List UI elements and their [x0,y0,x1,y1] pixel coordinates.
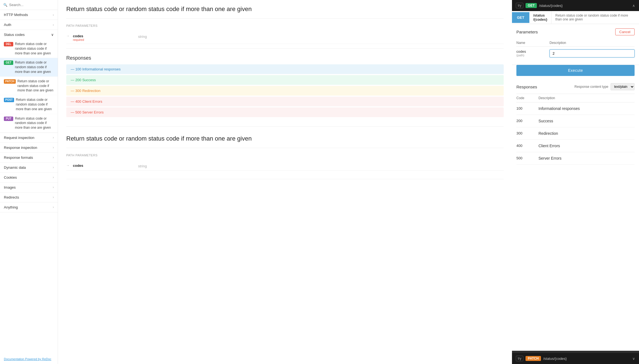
param-path-label: (path) [516,54,550,57]
param-type: string [138,35,147,39]
param-row: → codes required string [66,32,504,44]
try-bar-patch: try PATCH /status/{codes} ∨ [512,353,639,364]
param-required: required [73,38,106,41]
path-text-patch: /status/{codes} [543,357,630,361]
path-params-label-2: PATH PARAMETERS [66,154,504,157]
response-row-400[interactable]: — 400 Client Errors [66,97,504,106]
path-text: /status/{codes} [539,4,630,8]
endpoint-2-section: Return status code or random status code… [66,135,504,179]
sidebar-sub-item-patch[interactable]: PATCH Return status code or random statu… [0,77,58,95]
sidebar-sub-item-get[interactable]: GET Return status code or random status … [0,58,58,77]
param-name: codes [73,34,106,38]
status-codes-group: Status codes ∨ DEL Return status code or… [0,30,58,133]
cancel-button[interactable]: Cancel [615,28,635,35]
try-bar-get: try GET /status/{codes} ∧ [512,0,639,11]
chevron-right-icon: › [53,205,54,209]
path-params-label: PATH PARAMETERS [66,24,504,27]
params-table: Name Description codes (path) [516,39,635,60]
content-type-select[interactable]: text/plain [611,83,635,90]
param-info: codes required [73,34,106,41]
col-desc-header: Description [538,96,635,100]
chevron-right-icon: › [53,13,54,17]
expanded-get-panel: GET /status/{codes} Return status code o… [512,11,639,351]
sidebar-item-images[interactable]: Images › [0,183,58,192]
search-input[interactable] [9,3,54,7]
response-table-row-300: 300 Redirection [516,127,635,140]
expand-icon[interactable]: ∨ [632,357,635,361]
put-badge: PUT [4,117,13,121]
endpoint-1-title: Return status code or random status code… [66,6,504,19]
parameters-section: Parameters Cancel Name Description codes… [512,24,639,65]
execute-button[interactable]: Execute [516,65,635,76]
col-desc-header: Description [550,41,635,45]
response-table: Code Description 100 Informational respo… [516,94,635,165]
collapse-icon[interactable]: ∧ [632,4,635,8]
response-table-row-500: 500 Server Errors [516,152,635,165]
sidebar-item-dynamic-data[interactable]: Dynamic data › [0,163,58,173]
sidebar-item-response-inspection[interactable]: Response inspection › [0,143,58,153]
parameters-header: Parameters Cancel [516,28,635,35]
sidebar-item-cookies[interactable]: Cookies › [0,173,58,183]
content-type-label: Response content type [574,85,608,89]
response-row-500[interactable]: — 500 Server Errors [66,107,504,117]
response-table-row-100: 100 Informational responses [516,102,635,115]
sidebar-item-anything[interactable]: Anything › [0,202,58,212]
param-name-2: codes [73,163,106,168]
parameters-title: Parameters [516,30,538,34]
responses-title: Responses [66,55,504,61]
chevron-right-icon: › [53,195,54,199]
param-row-2: → codes string [66,161,504,171]
response-row-200[interactable]: — 200 Success [66,75,504,85]
param-name-text: codes [516,49,550,54]
chevron-right-icon: › [53,175,54,179]
chevron-right-icon: › [53,136,54,139]
del-badge: DEL [4,42,13,46]
powered-by-link[interactable]: Documentation Powered by ReDoc [0,354,58,364]
param-type-2: string [138,164,147,168]
params-row: codes (path) [516,47,635,60]
param-arrow-icon: → [66,34,70,38]
chevron-right-icon: › [53,155,54,159]
sidebar-item-auth[interactable]: Auth › [0,20,58,30]
patch-method-tag: PATCH [526,356,541,361]
right-panel: try GET /status/{codes} ∧ GET /status/{c… [512,0,639,364]
endpoint-1-section: Return status code or random status code… [66,6,504,127]
sidebar-item-request-inspection[interactable]: Request inspection › [0,133,58,143]
get-badge: GET [4,60,13,65]
response-table-header: Code Description [516,94,635,102]
panel-get-bar: GET /status/{codes} Return status code o… [512,11,639,24]
response-table-row-200: 200 Success [516,115,635,127]
panel-get-badge: GET [512,12,529,23]
response-row-300[interactable]: — 300 Redirection [66,86,504,96]
response-table-row-400: 400 Client Errors [516,140,635,152]
panel-path: /status/{codes} [529,11,551,24]
chevron-right-icon: › [53,185,54,189]
param-info-2: codes [73,163,106,168]
sidebar-item-status-codes[interactable]: Status codes ∨ [0,30,58,39]
patch-badge: PATCH [4,79,16,84]
main-content: Return status code or random status code… [58,0,512,364]
sidebar-item-redirects[interactable]: Redirects › [0,192,58,202]
responses-section-header: Responses Response content type text/pla… [516,80,635,90]
responses-right: Response content type text/plain [574,83,635,90]
sidebar-item-response-formats[interactable]: Response formats › [0,153,58,163]
chevron-right-icon: › [53,23,54,27]
sidebar-sub-item-put[interactable]: PUT Return status code or random status … [0,114,58,133]
sidebar: 🔍 HTTP Methods › Auth › Status codes ∨ D… [0,0,58,364]
col-name-header: Name [516,41,550,45]
panel-desc: Return status code or random status code… [551,11,639,23]
sidebar-sub-item-post[interactable]: POST Return status code or random status… [0,95,58,114]
search-icon: 🔍 [3,3,7,7]
response-row-100[interactable]: — 100 Informational responses [66,64,504,74]
col-code-header: Code [516,96,538,100]
search-bar[interactable]: 🔍 [0,0,58,10]
param-value-input[interactable] [550,49,635,57]
sidebar-sub-item-del[interactable]: DEL Return status code or random status … [0,39,58,58]
param-name-cell: codes (path) [516,49,550,57]
chevron-right-icon: › [53,165,54,169]
responses-section: Responses Response content type text/pla… [512,80,639,169]
sidebar-item-http-methods[interactable]: HTTP Methods › [0,10,58,20]
try-label: try [516,3,523,8]
chevron-right-icon: › [53,146,54,149]
post-badge: POST [4,98,14,102]
